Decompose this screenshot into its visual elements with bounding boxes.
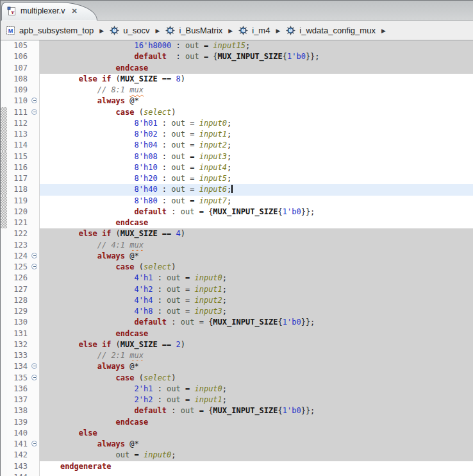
code-text[interactable]: 8'h80 : out = input7; <box>40 196 473 207</box>
code-line-109[interactable]: 109 // 8:1 mux <box>1 85 473 96</box>
code-line-130[interactable]: 130 default : out = {MUX_INPUT_SIZE{1'b0… <box>1 317 473 328</box>
code-line-113[interactable]: 113 8'h02 : out = input1; <box>1 129 473 140</box>
code-text[interactable]: 2'h1 : out = input0; <box>40 384 473 395</box>
breadcrumb-arrow-icon[interactable]: ▶ <box>381 28 386 34</box>
code-line-105[interactable]: 105 16'h8000 : out = input15; <box>1 40 473 51</box>
code-line-116[interactable]: 116 8'h10 : out = input4; <box>1 162 473 173</box>
code-text[interactable]: 8'h04 : out = input2; <box>40 140 473 151</box>
code-text[interactable]: 8'h20 : out = input5; <box>40 173 473 184</box>
code-line-142[interactable]: 142 out = input0; <box>1 450 473 461</box>
code-text[interactable]: 4'h1 : out = input0; <box>40 273 473 284</box>
breadcrumb-item-u_socv[interactable]: Mu_socv <box>110 26 149 35</box>
breadcrumb-item-i_m4[interactable]: Mi_m4 <box>238 26 270 35</box>
code-text[interactable]: 4'h4 : out = input2; <box>40 295 473 306</box>
code-text[interactable]: always @* <box>40 439 473 450</box>
code-text[interactable]: 4'h8 : out = input3; <box>40 306 473 317</box>
breadcrumb-item-apb_subsystem_top[interactable]: Mapb_subsystem_top <box>6 26 94 35</box>
code-text[interactable]: always @* <box>40 96 473 106</box>
code-line-140[interactable]: 140 else <box>1 428 473 439</box>
code-text[interactable]: endgenerate <box>40 461 473 472</box>
code-text[interactable]: // 2:1 mux <box>40 350 473 361</box>
code-line-132[interactable]: 132 else if (MUX_SIZE == 2) <box>1 339 473 350</box>
code-line-115[interactable]: 115 8'h08 : out = input3; <box>1 151 473 162</box>
code-line-137[interactable]: 137 2'h2 : out = input1; <box>1 395 473 405</box>
code-text[interactable]: always @* <box>40 251 473 262</box>
code-line-112[interactable]: 112 8'h01 : out = input0; <box>1 118 473 129</box>
breadcrumb-label[interactable]: i_m4 <box>252 26 270 35</box>
code-line-128[interactable]: 128 4'h4 : out = input2; <box>1 295 473 306</box>
code-line-111[interactable]: 111 case (select) <box>1 107 473 118</box>
code-line-138[interactable]: 138 default : out = {MUX_INPUT_SIZE{1'b0… <box>1 405 473 416</box>
code-text[interactable]: always @* <box>40 361 473 372</box>
code-text[interactable]: else if (MUX_SIZE == 8) <box>40 74 473 85</box>
code-text[interactable]: default : out = {MUX_INPUT_SIZE{1'b0}}; <box>40 405 473 416</box>
code-text[interactable]: 8'h10 : out = input4; <box>40 162 473 173</box>
fold-collapse-icon[interactable] <box>31 98 37 103</box>
breadcrumb-item-i_BusMatrix[interactable]: Mi_BusMatrix <box>165 26 222 35</box>
code-line-131[interactable]: 131 endcase <box>1 328 473 339</box>
breadcrumb-label[interactable]: i_wdata_config_mux <box>299 26 376 35</box>
code-text[interactable]: 2'h2 : out = input1; <box>40 395 473 405</box>
code-text[interactable]: 8'h02 : out = input1; <box>40 129 473 140</box>
code-line-135[interactable]: 135 case (select) <box>1 373 473 384</box>
code-line-121[interactable]: 121 endcase <box>1 217 473 228</box>
code-text[interactable]: // 4:1 mux <box>40 240 473 251</box>
code-line-119[interactable]: 119 8'h80 : out = input7; <box>1 196 473 207</box>
code-text[interactable]: 8'h01 : out = input0; <box>40 118 473 129</box>
code-line-114[interactable]: 114 8'h04 : out = input2; <box>1 140 473 151</box>
code-text[interactable]: out = input0; <box>40 450 473 461</box>
code-line-126[interactable]: 126 4'h1 : out = input0; <box>1 273 473 284</box>
code-line-120[interactable]: 120 default : out = {MUX_INPUT_SIZE{1'b0… <box>1 207 473 217</box>
code-line-143[interactable]: 143 endgenerate <box>1 461 473 472</box>
code-line-117[interactable]: 117 8'h20 : out = input5; <box>1 173 473 184</box>
breadcrumb-label[interactable]: apb_subsystem_top <box>19 26 94 35</box>
code-line-106[interactable]: 106 default : out = {MUX_INPUT_SIZE{1'b0… <box>1 51 473 62</box>
fold-collapse-icon[interactable] <box>31 441 37 446</box>
code-text[interactable]: endcase <box>40 217 473 228</box>
code-line-141[interactable]: 141 always @* <box>1 439 473 450</box>
code-line-139[interactable]: 139 endcase <box>1 417 473 428</box>
code-line-123[interactable]: 123 // 4:1 mux <box>1 240 473 251</box>
code-text[interactable]: 8'h40 : out = input6; <box>40 184 473 195</box>
code-line-136[interactable]: 136 2'h1 : out = input0; <box>1 384 473 395</box>
code-line-129[interactable]: 129 4'h8 : out = input3; <box>1 306 473 317</box>
fold-collapse-icon[interactable] <box>31 253 37 259</box>
tab-close-icon[interactable]: ✕ <box>71 7 77 15</box>
code-text[interactable]: endcase <box>40 63 473 74</box>
code-text[interactable]: case (select) <box>40 107 473 118</box>
code-line-118[interactable]: 118 8'h40 : out = input6; <box>1 184 473 195</box>
code-line-124[interactable]: 124 always @* <box>1 251 473 262</box>
breadcrumb-arrow-icon[interactable]: ▶ <box>155 28 160 34</box>
code-text[interactable]: // 8:1 mux <box>40 85 473 96</box>
code-text[interactable] <box>40 472 473 476</box>
fold-collapse-icon[interactable] <box>31 363 37 369</box>
fold-collapse-icon[interactable] <box>31 109 37 115</box>
code-text[interactable]: endcase <box>40 417 473 428</box>
breadcrumb-label[interactable]: i_BusMatrix <box>179 26 222 35</box>
fold-collapse-icon[interactable] <box>31 375 37 380</box>
code-text[interactable]: default : out = {MUX_INPUT_SIZE{1'b0}}; <box>40 207 473 217</box>
breadcrumb-arrow-icon[interactable]: ▶ <box>228 28 233 34</box>
code-text[interactable]: else <box>40 428 473 439</box>
code-line-108[interactable]: 108 else if (MUX_SIZE == 8) <box>1 74 473 85</box>
code-line-107[interactable]: 107 endcase <box>1 63 473 74</box>
code-line-122[interactable]: 122 else if (MUX_SIZE == 4) <box>1 228 473 239</box>
fold-collapse-icon[interactable] <box>31 264 37 269</box>
code-line-127[interactable]: 127 4'h2 : out = input1; <box>1 284 473 295</box>
code-text[interactable]: default : out = {MUX_INPUT_SIZE{1'b0}}; <box>40 51 473 62</box>
code-line-125[interactable]: 125 case (select) <box>1 262 473 273</box>
code-text[interactable]: 4'h2 : out = input1; <box>40 284 473 295</box>
code-text[interactable]: case (select) <box>40 262 473 273</box>
code-text[interactable]: else if (MUX_SIZE == 2) <box>40 339 473 350</box>
breadcrumb-arrow-icon[interactable]: ▶ <box>99 28 104 34</box>
code-line-133[interactable]: 133 // 2:1 mux <box>1 350 473 361</box>
code-line-134[interactable]: 134 always @* <box>1 361 473 372</box>
code-text[interactable]: default : out = {MUX_INPUT_SIZE{1'b0}}; <box>40 317 473 328</box>
breadcrumb-item-i_wdata_config_mux[interactable]: Mi_wdata_config_mux <box>286 26 376 35</box>
editor-tab-multiplexer[interactable]: v multiplexer.v ✕ <box>1 2 97 21</box>
code-text[interactable]: 8'h08 : out = input3; <box>40 151 473 162</box>
code-text[interactable]: endcase <box>40 328 473 339</box>
code-line-110[interactable]: 110 always @* <box>1 96 473 106</box>
code-editor[interactable]: 105 16'h8000 : out = input15;106 default… <box>1 40 473 476</box>
code-line-144[interactable]: 144 <box>1 472 473 476</box>
